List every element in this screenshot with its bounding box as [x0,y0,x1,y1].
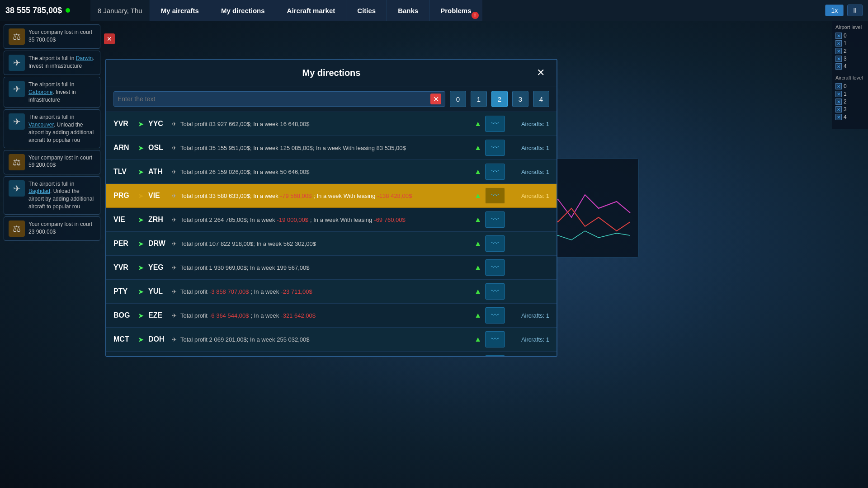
tab-4[interactable]: 4 [533,91,549,107]
direction-arrow-4: ➤ [138,216,144,224]
aircraft-level-0[interactable]: ✕ 0 [835,83,864,89]
direction-row-10[interactable]: NBO ➤ TLV ✈ Total profit -7 394 343,00$;… [106,352,557,356]
problems-badge: ! [472,12,479,19]
direction-row-8[interactable]: BOG ➤ EZE ✈ Total profit -6 364 544,00$;… [106,304,557,328]
notification-0: ⚖ Your company lost in court 35 700,00$ [4,24,100,49]
trend-9: ▲ [474,335,481,343]
left-sidebar: ⚖ Your company lost in court 35 700,00$ … [0,21,104,488]
money-display: 38 555 785,00$ [0,0,90,21]
aircraft-level-0-checkbox[interactable]: ✕ [835,83,842,89]
airport-icon-3: ✈ [9,113,25,130]
wave-btn-3[interactable]: 〰 [485,188,505,204]
aircraft-level-3[interactable]: ✕ 3 [835,106,864,113]
nav-btn-problems[interactable]: Problems ! [429,0,482,21]
nav-btn-aircraft-market[interactable]: Aircraft market [276,0,346,21]
tab-1[interactable]: 1 [471,91,487,107]
week-val-4: -19 000,00$ [277,216,308,223]
nav-btn-my-directions[interactable]: My directions [210,0,276,21]
airport-level-3-checkbox[interactable]: ✕ [835,56,842,62]
search-clear-button[interactable]: ✕ [430,94,441,104]
status-indicator [66,8,70,13]
wave-btn-6[interactable]: 〰 [485,259,505,276]
nav-btn-banks[interactable]: Banks [387,0,429,21]
airport-level-4[interactable]: ✕ 4 [835,63,864,70]
aircrafts-1: Aircrafts: 1 [509,145,549,151]
nav-btn-my-aircrafts[interactable]: My aircrafts [150,0,210,21]
aircraft-level-2[interactable]: ✕ 2 [835,99,864,105]
direction-arrow-9: ➤ [138,335,144,344]
trend-4: ▲ [474,216,481,224]
date-display: 8 January, Thu [90,0,150,21]
from-code-1: ARN [113,144,133,152]
direction-row-1[interactable]: ARN ➤ OSL ✈ Total profit 35 155 951,00$;… [106,136,557,160]
speed-controls: 1x II [820,0,868,21]
aircraft-level-3-checkbox[interactable]: ✕ [835,106,842,113]
airport-level-0-checkbox[interactable]: ✕ [835,33,842,39]
wave-btn-7[interactable]: 〰 [485,283,505,300]
aircraft-level-1[interactable]: ✕ 1 [835,91,864,97]
to-code-3: VIE [148,192,168,200]
tab-3[interactable]: 3 [512,91,528,107]
right-sidebar: Airport level ✕ 0 ✕ 1 ✕ 2 ✕ 3 ✕ 4 Aircra… [832,21,868,129]
airport-level-3[interactable]: ✕ 3 [835,56,864,62]
nav-btn-cities[interactable]: Cities [346,0,387,21]
direction-row-5[interactable]: PER ➤ DRW ✈ Total profit 107 822 918,00$… [106,232,557,256]
wave-btn-0[interactable]: 〰 [485,116,505,132]
wave-btn-4[interactable]: 〰 [485,211,505,228]
airport-level-4-checkbox[interactable]: ✕ [835,63,842,70]
direction-row-2[interactable]: TLV ➤ ATH ✈ Total profit 26 159 026,00$;… [106,160,557,184]
modal-close-button[interactable]: ✕ [534,66,547,80]
from-code-5: PER [113,239,133,248]
airport-level-3-num: 3 [844,56,847,62]
week-val-8: -321 642,00$ [281,312,316,319]
aircraft-level-4[interactable]: ✕ 4 [835,114,864,120]
wave-btn-10[interactable]: 〰 [485,355,505,356]
to-code-7: YUL [148,287,168,296]
direction-row-7[interactable]: PTY ➤ YUL ✈ Total profit -3 858 707,00$;… [106,280,557,304]
to-code-4: ZRH [148,216,168,224]
notification-1: ✈ The airport is full in Darwin. Invest … [4,51,100,75]
tab-0[interactable]: 0 [450,91,466,107]
wave-btn-9[interactable]: 〰 [485,331,505,347]
speed-1x-button[interactable]: 1x [825,5,844,16]
aircraft-level-title: Aircraft level [835,75,864,80]
wave-btn-5[interactable]: 〰 [485,235,505,252]
direction-row-4[interactable]: VIE ➤ ZRH ✈ Total profit 2 264 785,00$; … [106,208,557,232]
direction-row-6[interactable]: YVR ➤ YEG ✈ Total profit 1 930 969,00$; … [106,256,557,280]
week-val-7: -23 711,00$ [281,288,312,295]
profit-info-1: ✈ Total profit 35 155 951,00$; In a week… [172,145,471,151]
aircraft-level-4-checkbox[interactable]: ✕ [835,114,842,120]
aircrafts-9: Aircrafts: 1 [509,336,549,343]
gaborone-link[interactable]: Gaborone [28,89,52,95]
airport-level-2-checkbox[interactable]: ✕ [835,48,842,54]
search-input[interactable] [118,95,430,103]
airport-level-1[interactable]: ✕ 1 [835,40,864,47]
darwin-link[interactable]: Darwin [76,55,93,61]
aircrafts-8: Aircrafts: 1 [509,312,549,319]
airport-level-2[interactable]: ✕ 2 [835,48,864,54]
direction-row-0[interactable]: YVR ➤ YYC ✈ Total profit 83 927 662,00$;… [106,112,557,136]
from-code-6: YVR [113,263,133,272]
direction-row-3[interactable]: PRG ➤ VIE ✈ Total profit 33 580 633,00$;… [106,184,557,208]
gavel-icon-6: ⚖ [9,221,25,237]
wave-btn-1[interactable]: 〰 [485,140,505,156]
notification-close-button[interactable]: ✕ [104,33,115,44]
my-directions-modal: My directions ✕ ✕ 0 1 2 3 4 YVR ➤ YYC ✈ … [105,59,557,357]
to-code-5: DRW [148,239,168,248]
direction-row-9[interactable]: MCT ➤ DOH ✈ Total profit 2 069 201,00$; … [106,328,557,352]
direction-arrow-1: ➤ [138,144,144,152]
wave-btn-8[interactable]: 〰 [485,307,505,324]
aircraft-level-1-checkbox[interactable]: ✕ [835,91,842,97]
aircraft-level-2-checkbox[interactable]: ✕ [835,99,842,105]
wave-btn-2[interactable]: 〰 [485,164,505,180]
pause-button[interactable]: II [847,5,863,16]
airport-level-1-checkbox[interactable]: ✕ [835,40,842,47]
vancouver-link[interactable]: Vancouver [28,122,54,128]
airport-level-0[interactable]: ✕ 0 [835,33,864,39]
tab-2[interactable]: 2 [491,91,508,107]
trend-1: ▲ [474,144,481,152]
aircraft-level-3-num: 3 [844,106,847,113]
baghdad-link[interactable]: Baghdad [28,188,50,194]
airport-icon-2: ✈ [9,81,25,97]
from-code-2: TLV [113,168,133,176]
